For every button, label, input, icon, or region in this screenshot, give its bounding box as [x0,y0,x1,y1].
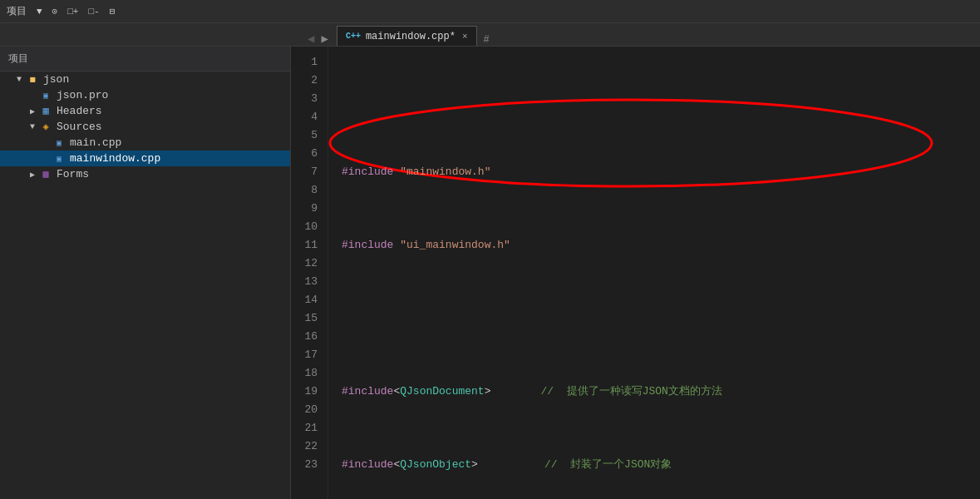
main-cpp-label: main.cpp [66,136,121,149]
json-label: json [40,73,69,86]
json-pro-label: json.pro [53,89,108,101]
sidebar-item-sources[interactable]: ▼ ◈ Sources [0,119,290,135]
tab-mainwindow-cpp[interactable]: C++ mainwindow.cpp* × [337,26,477,46]
tab-nav: ◀ ▶ [299,32,337,46]
ln-13: 13 [291,273,318,291]
ln-19: 19 [291,383,318,401]
cpp-file-icon: C++ [346,32,361,41]
sidebar-header: 项目 [0,47,290,72]
sidebar-item-json-pro[interactable]: ▣ json.pro [0,87,290,103]
kw-include-2: #include [342,236,400,254]
expand-arrow-sources: ▼ [27,122,38,131]
line-numbers: 1 2 3 4 5 6 7 8 9 10 11 12 13 14 15 16 1… [291,47,328,499]
sidebar-item-mainwindow-cpp[interactable]: ▣ mainwindow.cpp [0,151,290,166]
kw-include-4: #include [342,383,393,401]
tab-next-arrow[interactable]: ▶ [319,32,329,46]
ln-21: 21 [291,419,318,437]
code-line-2: #include "ui_mainwindow.h" [342,236,967,254]
code-line-3 [342,309,967,328]
toolbar: 项目 ▼ ⊙ □+ □- ⊟ [0,0,980,23]
ln-11: 11 [291,236,318,254]
type-4: QJsonDocument [400,383,484,401]
ln-22: 22 [291,437,318,456]
code-line-1: #include "mainwindow.h" [342,163,967,181]
kw-include-5: #include [342,456,393,474]
pro-file-icon: ▣ [38,91,53,101]
ln-14: 14 [291,291,318,309]
json-folder-icon: ◼ [25,73,40,86]
code-line-5: #include<QJsonObject>// 封装了一个JSON对象 [342,456,967,474]
str-2: "ui_mainwindow.h" [400,236,510,254]
ln-10: 10 [291,218,318,236]
sidebar: 项目 ▼ ◼ json ▣ json.pro ▶ ▦ Headers [0,47,291,499]
ln-18: 18 [291,364,318,383]
expand-arrow-headers: ▶ [27,106,38,116]
code-editor[interactable]: 1 2 3 4 5 6 7 8 9 10 11 12 13 14 15 16 1… [291,47,980,499]
code-line-4: #include<QJsonDocument>// 提供了一种读写JSON文档的… [342,383,967,401]
ln-2: 2 [291,72,318,90]
cpp-icon-2: ▣ [52,154,66,164]
ln-7: 7 [291,163,318,181]
comment-4: // 提供了一种读写JSON文档的方法 [540,383,721,401]
ln-4: 4 [291,108,318,126]
tab-hash: # [477,34,496,46]
toolbar-icons: ▼ ⊙ □+ □- ⊟ [33,4,118,18]
sync-icon[interactable]: ⊟ [106,4,119,18]
ln-16: 16 [291,328,318,346]
tab-label: mainwindow.cpp* [366,31,456,42]
sidebar-item-headers[interactable]: ▶ ▦ Headers [0,103,290,119]
expand-icon[interactable]: □+ [64,5,81,18]
kw-include-1: #include [342,163,400,181]
sidebar-item-json[interactable]: ▼ ◼ json [0,72,290,87]
sidebar-item-main-cpp[interactable]: ▣ main.cpp [0,135,290,151]
ln-12: 12 [291,254,318,273]
forms-label: Forms [53,168,89,180]
ln-5: 5 [291,126,318,145]
tab-prev-arrow[interactable]: ◀ [306,32,316,46]
main-area: 项目 ▼ ◼ json ▣ json.pro ▶ ▦ Headers [0,47,980,499]
headers-folder-icon: ▦ [38,105,53,117]
ln-8: 8 [291,181,318,200]
link-icon[interactable]: ⊙ [49,4,62,18]
code-container: 1 2 3 4 5 6 7 8 9 10 11 12 13 14 15 16 1… [291,47,980,499]
forms-folder-icon: ▩ [38,168,53,180]
cpp-icon: ▣ [52,138,66,148]
expand-arrow-forms: ▶ [27,170,38,180]
toolbar-title: 项目 [7,4,27,18]
ln-3: 3 [291,90,318,108]
tabbar: ◀ ▶ C++ mainwindow.cpp* × # [0,23,980,47]
ln-17: 17 [291,346,318,364]
sidebar-item-forms[interactable]: ▶ ▩ Forms [0,166,290,182]
sources-label: Sources [53,121,102,133]
mainwindow-cpp-label: mainwindow.cpp [66,152,160,165]
type-5: QJsonObject [400,456,471,474]
headers-label: Headers [53,105,102,117]
expand-arrow-json: ▼ [13,75,25,84]
sources-folder-icon: ◈ [38,121,53,133]
ln-6: 6 [291,145,318,163]
tab-close-button[interactable]: × [462,32,468,42]
str-1: "mainwindow.h" [400,163,490,181]
ln-1: 1 [291,53,318,72]
ln-9: 9 [291,200,318,218]
code-content: #include "mainwindow.h" #include "ui_mai… [328,47,980,499]
ln-23: 23 [291,456,318,474]
collapse-icon[interactable]: □- [85,5,102,18]
filter-icon[interactable]: ▼ [33,5,46,18]
ln-15: 15 [291,309,318,328]
comment-5: // 封装了一个JSON对象 [544,456,672,474]
ln-20: 20 [291,401,318,419]
